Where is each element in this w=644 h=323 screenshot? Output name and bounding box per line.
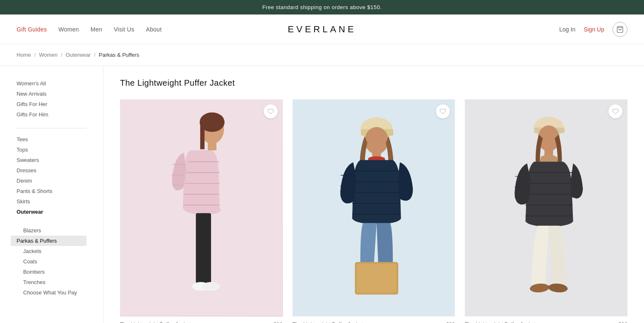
product-name-navy: The Lightweight Puffer Jacket: [293, 321, 363, 323]
product-price-black: $88: [618, 321, 627, 323]
product-illustration-navy: [293, 99, 455, 316]
sidebar-category-section: Tees Tops Sweaters Dresses Denim Pants &…: [17, 134, 87, 217]
sidebar-item-outerwear[interactable]: Outerwear: [17, 207, 87, 217]
product-illustration-black: [465, 99, 627, 316]
sidebar-item-gifts-for-him[interactable]: Gifts For Him: [17, 109, 87, 120]
product-info-rose: The Lightweight Puffer Jacket Rose $88: [120, 321, 283, 323]
heart-icon: [440, 108, 446, 115]
sidebar-item-new-arrivals[interactable]: New Arrivals: [17, 89, 87, 99]
sidebar-item-skirts[interactable]: Skirts: [17, 196, 87, 207]
product-card-rose[interactable]: The Lightweight Puffer Jacket Rose $88: [120, 99, 283, 323]
product-info-navy: The Lightweight Puffer Jacket Navy $88: [293, 321, 455, 323]
svg-rect-15: [201, 213, 211, 284]
breadcrumb-women[interactable]: Women: [39, 52, 58, 58]
bag-button[interactable]: [613, 22, 627, 37]
banner-text: Free standard shipping on orders above $…: [262, 4, 382, 10]
product-grid: The Lightweight Puffer Jacket Rose $88: [120, 99, 627, 323]
sidebar-sub-section: Blazers Parkas & Puffers Jackets Coats B…: [17, 225, 87, 298]
product-name-price-rose: The Lightweight Puffer Jacket Rose: [120, 321, 191, 323]
bag-icon: [616, 26, 624, 33]
nav-women[interactable]: Women: [58, 26, 79, 33]
header: Gift Guides Women Men Visit Us About EVE…: [0, 14, 644, 44]
product-illustration-rose: [120, 99, 283, 316]
breadcrumb-home[interactable]: Home: [17, 52, 31, 58]
nav-visit-us[interactable]: Visit Us: [114, 26, 135, 33]
wishlist-button-rose[interactable]: [264, 104, 278, 118]
header-nav-left: Gift Guides Women Men Visit Us About: [17, 26, 162, 33]
breadcrumb-outerwear[interactable]: Outerwear: [66, 52, 91, 58]
product-image-navy: [293, 99, 455, 316]
product-image-black: [465, 99, 627, 316]
sidebar-item-tops[interactable]: Tops: [17, 145, 87, 155]
sidebar-sub-trenches[interactable]: Trenches: [17, 277, 87, 287]
sidebar-item-sweaters[interactable]: Sweaters: [17, 155, 87, 165]
heart-icon: [267, 108, 274, 115]
nav-gift-guides[interactable]: Gift Guides: [17, 26, 47, 33]
nav-about[interactable]: About: [146, 26, 162, 33]
svg-rect-32: [356, 264, 396, 293]
svg-rect-4: [200, 122, 204, 149]
sidebar-item-gifts-for-her[interactable]: Gifts For Her: [17, 99, 87, 109]
sidebar-top-section: Women's All New Arrivals Gifts For Her G…: [17, 78, 87, 120]
sidebar-item-denim[interactable]: Denim: [17, 176, 87, 186]
sidebar-item-pants-shorts[interactable]: Pants & Shorts: [17, 186, 87, 196]
product-image-rose: [120, 99, 283, 316]
sidebar-sub-parkas-puffers[interactable]: Parkas & Puffers: [11, 236, 87, 246]
product-card-black[interactable]: The Lightweight Puffer Jacket Black $88: [465, 99, 627, 323]
product-name-black: The Lightweight Puffer Jacket: [465, 321, 536, 323]
sidebar-sub-bombers[interactable]: Bombers: [17, 267, 87, 277]
breadcrumb-sep-2: /: [61, 52, 62, 58]
product-price-navy: $88: [446, 321, 455, 323]
sidebar-sub-jackets[interactable]: Jackets: [17, 246, 87, 256]
product-area-title: The Lightweight Puffer Jacket: [120, 78, 627, 88]
log-in-link[interactable]: Log In: [559, 26, 575, 33]
breadcrumb-sep-3: /: [94, 52, 96, 58]
product-card-navy[interactable]: The Lightweight Puffer Jacket Navy $88: [293, 99, 455, 323]
sidebar-sub-choose-what-you-pay[interactable]: Choose What You Pay: [17, 287, 87, 298]
sidebar-item-dresses[interactable]: Dresses: [17, 165, 87, 176]
sidebar-sub-blazers[interactable]: Blazers: [17, 225, 87, 236]
sidebar-item-womens-all[interactable]: Women's All: [17, 78, 87, 89]
site-logo[interactable]: EVERLANE: [288, 24, 356, 35]
breadcrumb: Home / Women / Outerwear / Parkas & Puff…: [0, 44, 644, 66]
header-nav-right: Log In Sign Up: [559, 22, 627, 37]
product-name-price-black: The Lightweight Puffer Jacket Black: [465, 321, 536, 323]
svg-point-21: [365, 127, 389, 154]
breadcrumb-sep-1: /: [34, 52, 36, 58]
product-name-rose: The Lightweight Puffer Jacket: [120, 321, 191, 323]
main-layout: Women's All New Arrivals Gifts For Her G…: [0, 66, 644, 323]
product-info-black: The Lightweight Puffer Jacket Black $88: [465, 321, 627, 323]
breadcrumb-current: Parkas & Puffers: [99, 52, 139, 58]
wishlist-button-black[interactable]: [608, 104, 622, 118]
product-area: The Lightweight Puffer Jacket: [103, 66, 644, 323]
top-banner: Free standard shipping on orders above $…: [0, 0, 644, 14]
product-name-price-navy: The Lightweight Puffer Jacket Navy: [293, 321, 363, 323]
product-price-rose: $88: [274, 321, 283, 323]
nav-men[interactable]: Men: [91, 26, 102, 33]
sidebar-divider-1: [17, 128, 87, 128]
svg-rect-5: [208, 142, 216, 150]
sidebar: Women's All New Arrivals Gifts For Her G…: [0, 66, 103, 323]
sidebar-item-tees[interactable]: Tees: [17, 134, 87, 145]
sidebar-sub-coats[interactable]: Coats: [17, 256, 87, 267]
svg-point-17: [202, 282, 220, 291]
sign-up-link[interactable]: Sign Up: [584, 26, 604, 33]
heart-icon: [612, 108, 619, 115]
